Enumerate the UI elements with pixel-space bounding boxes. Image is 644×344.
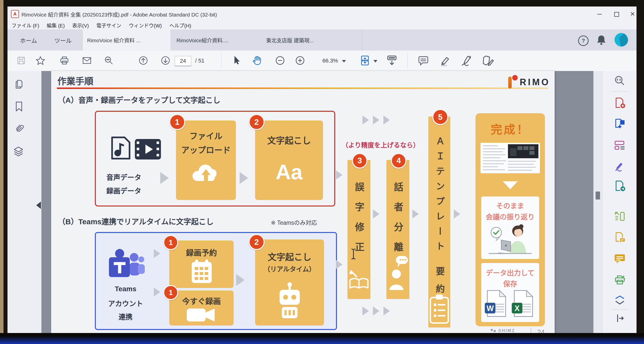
flow-arrow [373, 306, 380, 315]
maximize-button[interactable] [610, 10, 623, 19]
menu-file[interactable]: ファイル (F) [12, 22, 39, 29]
step-badge-2: 2 [248, 114, 264, 130]
step-upload-box: ファイル アップロード [176, 120, 236, 200]
vertical-scrollbar[interactable] [593, 71, 602, 333]
refine-badge-3: 3 [352, 153, 368, 168]
layers-icon[interactable] [13, 146, 24, 157]
notifications-bell-icon[interactable] [596, 35, 606, 46]
step-badge-1c: 1 [163, 285, 178, 300]
attachments-icon[interactable] [14, 123, 24, 133]
step-badge-2b: 2 [248, 234, 264, 250]
svg-text:X: X [514, 304, 520, 312]
menu-view[interactable]: 表示(V) [72, 22, 89, 29]
acrobat-app-icon: A [11, 10, 19, 18]
create-pdf-icon[interactable] [614, 97, 626, 108]
save-button[interactable] [16, 56, 26, 66]
flow-arrow [373, 115, 380, 124]
more-tools-chevron-up-icon[interactable] [614, 294, 625, 299]
doc-tab-label: RimoVoice 紹介資料 ... [87, 36, 140, 44]
flow-arrow [160, 172, 170, 184]
email-button[interactable] [82, 56, 92, 66]
organize-pages-icon[interactable] [614, 139, 626, 151]
result-title: 完成！ [476, 120, 545, 137]
minimize-icon [597, 14, 602, 15]
print-button[interactable] [60, 56, 70, 66]
section-a-heading: （A）音声・録画データをアップして文字起こし [58, 94, 220, 105]
zoom-level-value[interactable]: 66.3% [314, 58, 338, 64]
page-total-label: / 51 [195, 58, 204, 64]
rimo-logo-text: RIMO [520, 77, 550, 87]
flow-arrow [412, 210, 420, 219]
next-page-button[interactable] [160, 56, 170, 66]
clipboard-icon [429, 294, 450, 324]
sign-tool-button[interactable] [460, 55, 473, 67]
monitor-bezel-right [636, 0, 644, 344]
scrollbar-thumb[interactable] [596, 192, 600, 200]
refine-note: （より精度を上げるなら） [340, 140, 422, 149]
flow-arrow [384, 115, 391, 124]
comment-tool-button[interactable] [417, 55, 429, 67]
print-production-icon[interactable] [614, 274, 626, 286]
flow-arrow [362, 306, 370, 315]
stamp-tool-button[interactable] [481, 54, 494, 67]
search-button[interactable] [104, 56, 114, 66]
refine-col-speaker: 話者分離 [386, 160, 409, 299]
video-file-icon [135, 139, 161, 159]
menu-help[interactable]: ヘルプ(H) [169, 22, 191, 29]
flow-arrow [236, 274, 245, 286]
flow-arrow [336, 170, 343, 180]
flow-arrow [373, 210, 380, 219]
tab-tools[interactable]: ツール [54, 36, 72, 45]
refine-badge-5: 5 [432, 109, 448, 125]
menu-edit[interactable]: 編集 (E) [47, 22, 65, 29]
teams-caption-line2: アカウント [102, 298, 149, 308]
bookmarks-icon[interactable] [14, 101, 24, 112]
scan-ocr-icon[interactable] [614, 211, 626, 223]
left-panel-collapse-handle[interactable] [36, 202, 41, 209]
teams-caption-line3: 連携 [102, 311, 149, 321]
zoom-in-button[interactable] [294, 55, 306, 66]
speaker-icon [388, 255, 408, 292]
comments-icon[interactable] [614, 253, 626, 264]
previous-page-button[interactable] [138, 56, 148, 66]
page-number-input[interactable]: 24 [175, 56, 191, 66]
doc-tab-3[interactable]: 東北支店版 建築現... [260, 30, 362, 51]
teams-logo [107, 247, 145, 282]
zoom-out-button[interactable] [274, 55, 286, 66]
rimo-logo: RIMO [508, 75, 543, 88]
doc-tab-active[interactable]: RimoVoice 紹介資料 ... × [82, 30, 180, 51]
fill-sign-icon[interactable] [614, 160, 626, 171]
monitor-bezel-top [4, 0, 644, 7]
export-pdf-icon[interactable] [614, 117, 626, 129]
app-screenshot-thumbnail [480, 143, 540, 173]
more-tools-chevron-down-icon[interactable] [614, 300, 625, 305]
title-underline [57, 87, 548, 89]
doc-tab-2[interactable]: RimoVoice紹介資料.... [170, 30, 272, 51]
share-pdf-icon[interactable] [614, 180, 626, 192]
help-button[interactable]: ? [578, 36, 588, 46]
fit-page-button[interactable] [359, 55, 371, 67]
robot-icon [276, 281, 303, 319]
search-tools-icon[interactable] [614, 75, 626, 86]
hand-tool-button[interactable] [251, 55, 263, 67]
select-tool-button[interactable] [231, 55, 242, 66]
menu-window[interactable]: ウィンドウ(W) [129, 22, 162, 29]
request-signatures-icon[interactable] [614, 232, 626, 243]
zoom-dropdown-caret[interactable] [342, 60, 346, 63]
aa-glyph: Aa [255, 160, 323, 184]
section-b-heading: （B）Teams連携でリアルタイムに文字起こし [58, 216, 214, 227]
minimize-button[interactable] [593, 10, 606, 19]
account-avatar[interactable] [614, 33, 628, 47]
star-button[interactable] [36, 56, 46, 66]
flow-arrow [154, 287, 161, 296]
tab-home[interactable]: ホーム [20, 36, 37, 45]
calendar-icon [191, 259, 213, 284]
highlight-tool-button[interactable] [438, 54, 451, 67]
expand-panel-icon[interactable] [614, 313, 625, 323]
flow-arrow [336, 260, 343, 269]
page-thumbnails-icon[interactable] [14, 79, 24, 89]
text-cursor [351, 249, 356, 259]
fit-dropdown-caret[interactable] [374, 60, 378, 63]
scrolling-mode-button[interactable] [386, 54, 398, 67]
menu-esign[interactable]: 電子サイン [96, 22, 121, 29]
